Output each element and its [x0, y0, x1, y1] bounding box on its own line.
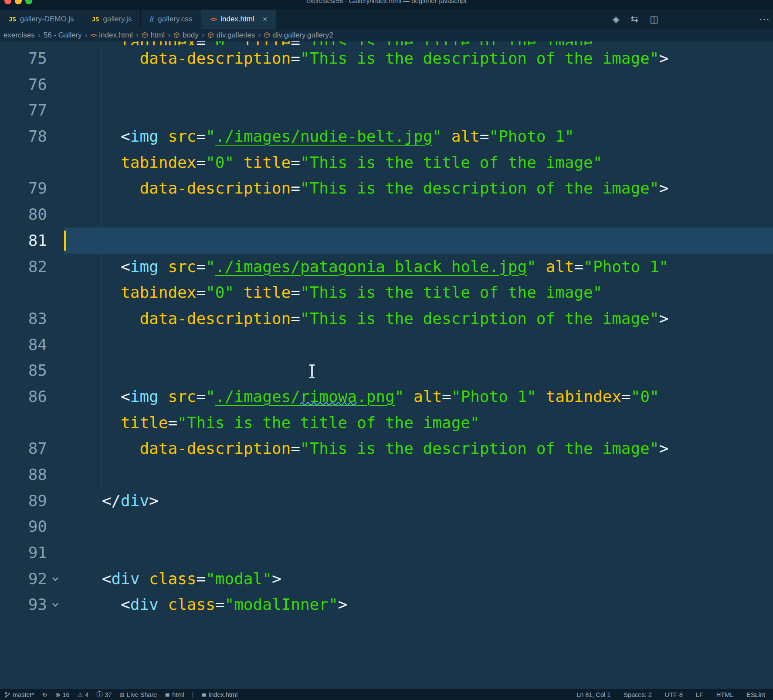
code-line-content[interactable]	[64, 97, 773, 123]
code-line-content[interactable]: title="This is the title of the image"	[64, 410, 773, 436]
warnings-status[interactable]: ⚠4	[78, 691, 89, 698]
code-line-content[interactable]: tabindex="0" title="This is the title of…	[64, 150, 773, 176]
line-number: 89	[0, 488, 47, 514]
tab-gallery-js[interactable]: JS gallery.js	[83, 10, 141, 29]
gutter: 76	[0, 71, 64, 98]
split-editor-icon[interactable]: ◫	[650, 14, 658, 24]
sync-status[interactable]: ↻	[42, 691, 47, 698]
code-row-84[interactable]: 84	[0, 332, 773, 358]
open-changes-icon[interactable]: ◈	[612, 14, 619, 24]
breadcrumb-item-56-gallery[interactable]: 56 - Gallery	[44, 31, 82, 40]
git-branch-status[interactable]: master*	[4, 691, 34, 698]
line-number: 92	[0, 566, 47, 592]
compare-icon[interactable]: ⇆	[631, 14, 639, 24]
code-row-76[interactable]: 76	[0, 71, 773, 98]
errors-status[interactable]: ⊗16	[55, 691, 70, 698]
code-row-86[interactable]: 86 <img src="./images/rimowa.png" alt="P…	[0, 384, 773, 410]
code-line-content[interactable]: <div class="modalInner">	[64, 591, 773, 618]
index-file-status[interactable]: ≣index.html	[201, 691, 237, 698]
code-row-89[interactable]: 89 </div>	[0, 488, 773, 514]
css-file-icon: #	[149, 15, 154, 24]
code-row-88[interactable]: 88	[0, 462, 773, 488]
gutter: 93	[0, 591, 64, 618]
code-line-content[interactable]: <img src="./images/rimowa.png" alt="Phot…	[64, 384, 773, 410]
code-row-77[interactable]: 77	[0, 97, 773, 123]
code-row-83[interactable]: 83 data-description="This is the descrip…	[0, 306, 773, 332]
editor[interactable]: tabindex="0" title="This is the title of…	[0, 41, 773, 689]
html-selector-status[interactable]: ≣html	[165, 691, 184, 698]
gutter: 84	[0, 332, 64, 358]
code-line-content[interactable]: tabindex="0" title="This is the title of…	[64, 41, 773, 45]
gutter: 80	[0, 201, 64, 228]
tab-gallery-css[interactable]: # gallery.css	[141, 10, 201, 29]
code-line-content[interactable]	[64, 201, 773, 228]
code-line-content[interactable]	[64, 462, 773, 488]
code-line-content[interactable]: </div>	[64, 488, 773, 514]
tab-gallery-demo-js[interactable]: JS gallery-DEMO.js	[0, 10, 83, 29]
breadcrumb-item-div-galleries[interactable]: div.galleries	[207, 31, 255, 40]
status-label: LF	[696, 691, 703, 698]
breadcrumb-item-body[interactable]: body	[173, 31, 199, 40]
code-line-content[interactable]	[64, 228, 773, 254]
code-row-85[interactable]: 85	[0, 357, 773, 384]
more-actions-icon[interactable]: ⋯	[759, 13, 770, 25]
encoding-status[interactable]: UTF-8	[665, 691, 683, 698]
code-row-wrap[interactable]: tabindex="0" title="This is the title of…	[0, 279, 773, 306]
code-line-content[interactable]: tabindex="0" title="This is the title of…	[64, 279, 773, 306]
gutter: 82	[0, 254, 64, 280]
breadcrumb-item-div-gallery-gallery2[interactable]: div.gallery.gallery2	[264, 31, 333, 40]
code-line-content[interactable]: data-description="This is the descriptio…	[64, 435, 773, 462]
code-row-partial[interactable]: tabindex="0" title="This is the title of…	[0, 41, 773, 45]
language-mode-status[interactable]: HTML	[716, 691, 733, 698]
fold-chevron-icon[interactable]	[47, 566, 64, 592]
code-row-78[interactable]: 78 <img src="./images/nudie-belt.jpg" al…	[0, 123, 773, 150]
code-row-wrap[interactable]: title="This is the title of the image"	[0, 410, 773, 436]
gutter: 89	[0, 488, 64, 514]
code-line-content[interactable]: <div class="modal">	[64, 566, 773, 592]
html-element-cube-icon	[207, 32, 214, 38]
gutter: 83	[0, 306, 64, 332]
code-row-wrap[interactable]: tabindex="0" title="This is the title of…	[0, 150, 773, 176]
code-line-content[interactable]	[64, 357, 773, 384]
breadcrumb-item-html[interactable]: html	[142, 31, 165, 40]
code-line-content[interactable]: <img src="./images/nudie-belt.jpg" alt="…	[64, 123, 773, 150]
breadcrumb-item-index-html[interactable]: <>index.html	[91, 31, 133, 40]
code-row-92[interactable]: 92 <div class="modal">	[0, 566, 773, 592]
code-row-81[interactable]: 81	[0, 228, 773, 254]
code-row-87[interactable]: 87 data-description="This is the descrip…	[0, 435, 773, 462]
code-row-91[interactable]: 91	[0, 540, 773, 566]
code-line-content[interactable]: data-description="This is the descriptio…	[64, 175, 773, 201]
code-row-80[interactable]: 80	[0, 201, 773, 228]
code-row-90[interactable]: 90	[0, 513, 773, 540]
gutter: 85	[0, 357, 64, 384]
code-line-content[interactable]: data-description="This is the descriptio…	[64, 306, 773, 332]
live-share-icon: ⊞	[119, 691, 125, 698]
cursor-position-status[interactable]: Ln 81, Col 1	[576, 691, 610, 698]
breadcrumb: exercises›56 - Gallery›<>index.html›html…	[0, 29, 773, 41]
code-row-93[interactable]: 93 <div class="modalInner">	[0, 591, 773, 618]
code-row-75[interactable]: 75 data-description="This is the descrip…	[0, 45, 773, 71]
code-row-79[interactable]: 79 data-description="This is the descrip…	[0, 175, 773, 201]
fold-chevron-icon[interactable]	[47, 591, 64, 618]
line-number	[0, 150, 47, 176]
code-line-content[interactable]: data-description="This is the descriptio…	[64, 45, 773, 71]
code-line-content[interactable]	[64, 513, 773, 540]
tab-index-html[interactable]: <> index.html ×	[201, 10, 276, 29]
breadcrumb-label: div.gallery.gallery2	[273, 31, 333, 40]
indentation-status[interactable]: Spaces: 2	[624, 691, 652, 698]
linter-status[interactable]: ESLint	[746, 691, 765, 698]
code-line-content[interactable]: <img src="./images/patagonia black hole.…	[64, 254, 773, 280]
code-line-content[interactable]	[64, 540, 773, 566]
code-line-content[interactable]	[64, 332, 773, 358]
live-share-status[interactable]: ⊞Live Share	[119, 691, 157, 698]
info-icon: ⓘ	[96, 691, 102, 699]
code-line-content[interactable]	[64, 71, 773, 98]
code-row-82[interactable]: 82 <img src="./images/patagonia black ho…	[0, 254, 773, 280]
status-label: index.html	[209, 691, 237, 698]
breadcrumb-separator-icon: ›	[258, 31, 261, 40]
close-tab-icon[interactable]: ×	[263, 15, 268, 24]
infos-status[interactable]: ⓘ37	[96, 691, 112, 699]
breadcrumb-item-exercises[interactable]: exercises	[3, 31, 35, 40]
eol-status[interactable]: LF	[696, 691, 703, 698]
html-file-icon: <>	[210, 16, 217, 23]
